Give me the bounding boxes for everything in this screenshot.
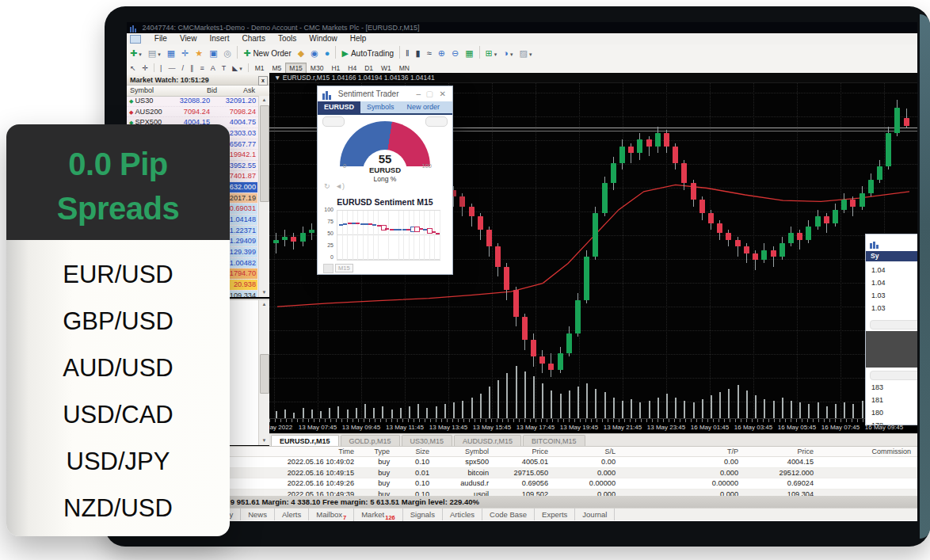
timeframe-m30[interactable]: M30 (307, 63, 328, 74)
menu-window[interactable]: Window (303, 33, 344, 44)
menu-file[interactable]: File (148, 33, 173, 44)
popup-tab-new-order[interactable]: New order (401, 101, 447, 113)
scroll-down-icon[interactable]: ▼ (259, 288, 269, 297)
autotrading-button[interactable]: ▶AutoTrading (339, 45, 396, 61)
timeframe-m1[interactable]: M1 (251, 63, 269, 74)
chart-tab-audusd-r-m15[interactable]: AUDUSD.r,M15 (454, 435, 521, 447)
terminal-tab-signals[interactable]: Signals (403, 509, 443, 520)
navigator-icon[interactable]: ★ (192, 45, 205, 61)
market-watch-scrollbar[interactable]: ▲ ▼ (258, 96, 269, 297)
market-watch-row[interactable]: ◆AUS2007094.247098.24 (127, 107, 259, 118)
scroll-up-icon[interactable]: ▲ (259, 96, 269, 105)
terminal-col-symbol[interactable]: Symbol (436, 447, 495, 456)
menu-tools[interactable]: Tools (272, 33, 303, 44)
market-watch-row[interactable]: ◆US3032088.2032091.20 (127, 96, 259, 107)
profiles-icon[interactable]: ▤▾ (146, 45, 163, 61)
timeframe-mn[interactable]: MN (395, 63, 414, 74)
community-icon[interactable]: ◉ (308, 45, 321, 61)
arrows-icon[interactable]: ◣▾ (230, 63, 244, 74)
refresh-icon[interactable]: ↻ (324, 182, 330, 190)
timeframe-w1[interactable]: W1 (377, 63, 395, 74)
channel-icon[interactable]: ∥ (188, 63, 196, 74)
timeframe-m5[interactable]: M5 (268, 63, 285, 74)
terminal-col-commission[interactable]: Commission (820, 447, 917, 456)
menu-help[interactable]: Help (344, 33, 373, 44)
zoom-in-icon[interactable]: ⊕ (436, 45, 448, 61)
minimize-icon[interactable]: – (416, 86, 421, 101)
terminal-icon[interactable]: ▣ (207, 45, 219, 61)
zoom-out-icon[interactable]: ⊖ (449, 45, 461, 61)
vertical-line-icon[interactable]: | (158, 63, 164, 74)
menu-charts[interactable]: Charts (235, 33, 271, 44)
terminal-header-row[interactable]: TimeTypeSizeSymbolPriceS/LT/PPriceCommis… (127, 447, 917, 457)
periods-icon[interactable]: ◑▾ (501, 45, 515, 61)
terminal-col-sl[interactable]: S/L (555, 447, 622, 456)
sentiment-side-panel[interactable]: Sy 1.041.041.031.03183181180178 (865, 234, 917, 425)
popup-tab-eurusd[interactable]: EURUSD (318, 101, 360, 113)
data-window-icon[interactable]: ✛ (179, 45, 191, 61)
terminal-col-tp[interactable]: T/P (622, 447, 745, 456)
market-watch-icon[interactable]: ▦ (165, 45, 177, 61)
trade-row[interactable]: 2022.05.16 10:49:15buy0.01bitcoin29715.0… (127, 468, 917, 479)
cursor-icon[interactable]: ↖ (128, 63, 139, 74)
horizontal-line-icon[interactable]: — (166, 63, 177, 74)
terminal-tab-articles[interactable]: Articles (443, 509, 482, 520)
trade-row[interactable]: 2022.05.16 10:49:02buy0.10spx5004005.010… (127, 457, 917, 468)
line-chart-icon[interactable]: ≈ (425, 45, 434, 61)
audio-icon[interactable]: ◄) (335, 182, 345, 190)
chart-tab-us30-m15[interactable]: US30,M15 (402, 435, 453, 447)
maximize-icon[interactable]: ▢ (426, 86, 433, 101)
close-icon[interactable]: x (258, 76, 268, 86)
terminal-tab-experts[interactable]: Experts (535, 509, 575, 520)
terminal-tab-code-base[interactable]: Code Base (482, 509, 535, 520)
templates-icon[interactable]: ▨▾ (516, 45, 534, 61)
timeframe-m15[interactable]: M15 (285, 63, 307, 74)
window-titlebar[interactable]: 24047744: CMCMarkets1-Demo - Demo Accoun… (127, 22, 917, 33)
terminal-tab-alerts[interactable]: Alerts (275, 509, 309, 520)
label-icon[interactable]: T (219, 63, 229, 74)
terminal-col-type[interactable]: Type (360, 447, 396, 456)
timeframe-d1[interactable]: D1 (360, 63, 377, 74)
chart-tab-eurusd-r-m15[interactable]: EURUSD.r,M15 (271, 435, 339, 447)
close-icon[interactable]: ✕ (440, 86, 446, 101)
sentiment-trader-window[interactable]: Sentiment Trader – ▢ ✕ EURUSDSymbolsNew … (317, 86, 453, 275)
text-icon[interactable]: A (208, 63, 218, 74)
chart-tab-gold-p-m15[interactable]: GOLD.p,M15 (341, 435, 400, 447)
menu-insert[interactable]: Insert (203, 33, 235, 44)
market-watch-columns[interactable]: Symbol Bid Ask (127, 86, 269, 97)
next-symbol-button[interactable] (425, 116, 448, 127)
terminal-col-price[interactable]: Price (495, 447, 555, 456)
search-icon[interactable]: ◎ (222, 45, 234, 61)
trendline-icon[interactable]: / (179, 63, 186, 74)
col-symbol[interactable]: Symbol (130, 86, 154, 96)
indicators-icon[interactable]: ⊞▾ (483, 45, 500, 61)
scrollbar-thumb[interactable] (260, 105, 269, 202)
popup-titlebar[interactable]: Sentiment Trader – ▢ ✕ (318, 86, 452, 102)
chart-tab-bitcoin-m15[interactable]: BITCOIN,M15 (523, 435, 585, 447)
crosshair-icon[interactable]: ✛ (140, 63, 151, 74)
terminal-col-price[interactable]: Price (745, 447, 820, 456)
candlestick-icon[interactable]: ▮ (414, 45, 423, 61)
timeframe-h4[interactable]: H4 (344, 63, 360, 74)
time-axis[interactable]: 13 May 202213 May 07:4513 May 09:4513 Ma… (269, 418, 917, 434)
trade-row[interactable]: 2022.05.16 10:49:26buy0.10audusd.r0.6905… (127, 478, 917, 490)
timeframe-h1[interactable]: H1 (327, 63, 344, 74)
tile-windows-icon[interactable]: ▦ (463, 45, 475, 61)
navigator-scrollbar[interactable]: ▲ ▼ (258, 300, 269, 445)
new-chart-icon[interactable]: ✚▾ (128, 45, 144, 61)
col-ask[interactable]: Ask (243, 86, 255, 96)
terminal-tab-journal[interactable]: Journal (575, 509, 615, 520)
metaeditor-icon[interactable]: ◆ (295, 45, 307, 61)
scroll-down-icon[interactable]: ▼ (259, 436, 269, 445)
popup-tab-symbols[interactable]: Symbols (360, 101, 401, 113)
terminal-col-size[interactable]: Size (396, 447, 436, 456)
bar-chart-icon[interactable]: ‖ (403, 45, 412, 61)
web-icon[interactable]: ● (322, 45, 333, 61)
terminal-tab-news[interactable]: News (241, 509, 275, 520)
terminal-tab-market[interactable]: Market126 (354, 509, 403, 521)
new-order-button[interactable]: ✚New Order (241, 45, 294, 61)
scroll-up-icon[interactable]: ▲ (259, 300, 269, 309)
menu-view[interactable]: View (173, 33, 204, 44)
col-bid[interactable]: Bid (207, 86, 217, 96)
prev-symbol-button[interactable] (322, 116, 345, 127)
